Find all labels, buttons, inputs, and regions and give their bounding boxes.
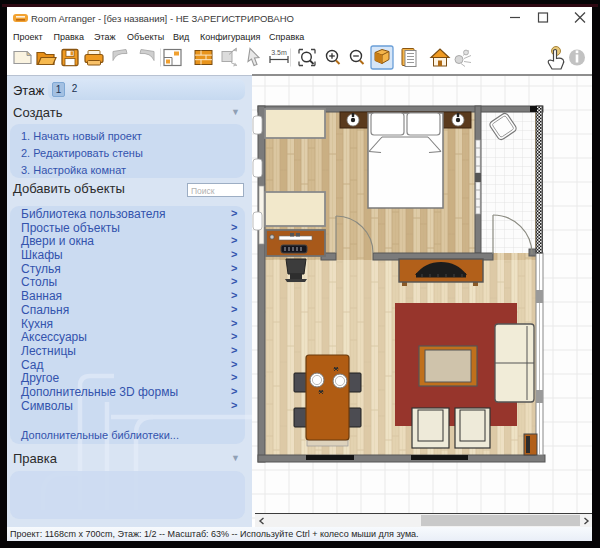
- svg-text:3.5m: 3.5m: [271, 49, 287, 56]
